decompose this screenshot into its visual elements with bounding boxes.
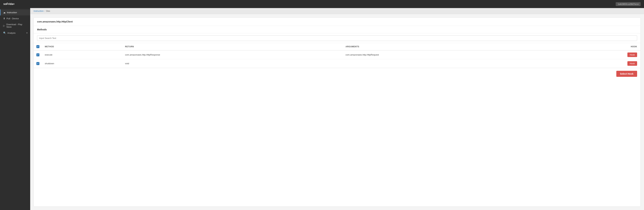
row-hook-col-1: Hook <box>554 59 640 68</box>
select-hook-button[interactable]: Select Hook <box>616 71 637 77</box>
methods-header: Methods <box>34 26 640 34</box>
sidebar-label-2: Download - Play Store <box>6 23 28 28</box>
sidebar-icon-3: 🔍 <box>3 32 6 34</box>
table-row: execute com.amazonaws.http.HttpResponse … <box>34 50 640 59</box>
sidebar-label-1: Pull - Device <box>6 17 28 20</box>
col-return: RETURN <box>122 43 343 50</box>
layout: ☁ Instruction ⬇ Pull - Device ▷ Download… <box>0 8 644 210</box>
breadcrumb: Instruction / Dex <box>30 8 644 14</box>
footer-bar: Select Hook <box>34 68 640 80</box>
sidebar-icon-2: ▷ <box>3 24 5 27</box>
search-bar <box>34 34 640 43</box>
col-method: METHOD <box>42 43 122 50</box>
content-panel: com.amazonaws.http.HttpClient Methods <box>34 18 641 207</box>
chevron-icon-3: ▾ <box>26 32 28 34</box>
row-checkbox-0 <box>34 50 42 59</box>
row-method-1: shutdown <box>42 59 122 68</box>
breadcrumb-link[interactable]: Instruction <box>34 10 44 12</box>
class-header: com.amazonaws.http.HttpClient <box>34 18 640 26</box>
search-input[interactable] <box>37 36 637 41</box>
sidebar-label-3: Analysis <box>8 32 25 34</box>
row-arguments-0: com.amazonaws.http.HttpRequest <box>343 50 554 59</box>
breadcrumb-separator: / <box>44 10 45 12</box>
row-return-1: void <box>122 59 343 68</box>
device-id: 1a62893ca20d7ece <box>616 2 641 6</box>
sidebar-icon-1: ⬇ <box>3 17 5 20</box>
row-hook-col-0: Hook <box>554 50 640 59</box>
select-all-checkbox[interactable] <box>36 45 40 48</box>
app-title: soFrida+ <box>3 2 14 6</box>
sidebar-label-0: Instruction <box>7 11 28 14</box>
row-return-0: com.amazonaws.http.HttpResponse <box>122 50 343 59</box>
row-checkbox-1 <box>34 59 42 68</box>
sidebar-item-instruction[interactable]: ☁ Instruction <box>0 10 30 16</box>
sidebar-item-pull---device[interactable]: ⬇ Pull - Device <box>0 16 30 22</box>
hook-button-0[interactable]: Hook <box>628 52 637 57</box>
table-body: execute com.amazonaws.http.HttpResponse … <box>34 50 640 68</box>
sidebar-item-analysis[interactable]: 🔍 Analysis ▾ <box>0 30 30 36</box>
top-bar: soFrida+ 1a62893ca20d7ece <box>0 0 644 8</box>
row-checkbox-btn-0[interactable] <box>36 53 40 56</box>
table-row: shutdown void Hook <box>34 59 640 68</box>
breadcrumb-current: Dex <box>46 10 50 12</box>
sidebar-icon-0: ☁ <box>3 11 6 14</box>
row-arguments-1 <box>343 59 554 68</box>
sidebar: ☁ Instruction ⬇ Pull - Device ▷ Download… <box>0 8 30 210</box>
row-method-0: execute <box>42 50 122 59</box>
methods-table: METHOD RETURN ARGUMENTS HOOK execute com… <box>34 43 640 68</box>
col-hook: HOOK <box>554 43 640 50</box>
sidebar-item-download---play-store[interactable]: ▷ Download - Play Store <box>0 22 30 30</box>
table-header: METHOD RETURN ARGUMENTS HOOK <box>34 43 640 50</box>
methods-section: Methods METHOD RETURN ARGUMEN <box>34 26 640 80</box>
hook-button-1[interactable]: Hook <box>628 61 637 66</box>
main-content: Instruction / Dex com.amazonaws.http.Htt… <box>30 8 644 210</box>
row-checkbox-btn-1[interactable] <box>36 62 40 65</box>
col-arguments: ARGUMENTS <box>343 43 554 50</box>
col-checkbox <box>34 43 42 50</box>
